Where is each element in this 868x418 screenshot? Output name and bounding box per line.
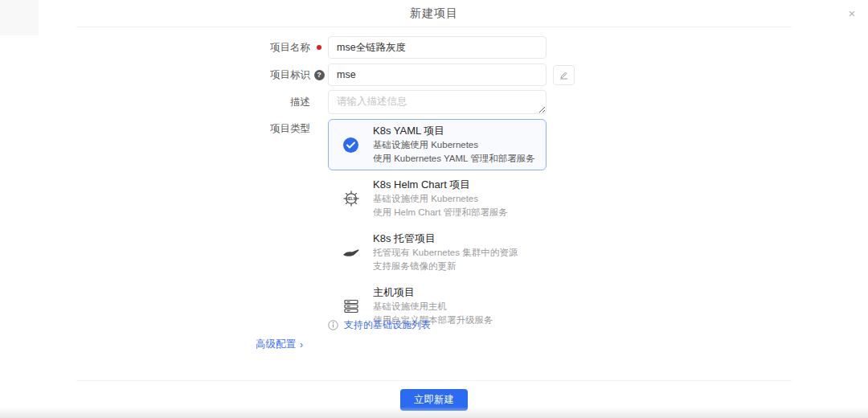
- type-card-desc2: 使用 Helm Chart 管理和部署服务: [373, 206, 546, 219]
- project-identifier-label: 项目标识: [256, 68, 310, 82]
- type-card-title: K8s Helm Chart 项目: [373, 178, 546, 191]
- project-identifier-input[interactable]: [328, 64, 547, 86]
- supported-infra-row: 支持的基础设施列表: [328, 318, 431, 332]
- help-question-icon[interactable]: ?: [314, 70, 325, 80]
- project-type-label-row: 项目类型: [256, 122, 328, 136]
- helm-gear-icon: HELM: [342, 189, 361, 208]
- page-bottom-shadow: [0, 407, 868, 418]
- server-stack-icon: [343, 299, 359, 314]
- managed-hand-icon: [342, 247, 360, 258]
- type-card-desc1: 基础设施使用 Kubernetes: [373, 192, 546, 206]
- description-label: 描述: [256, 96, 310, 109]
- edit-identifier-button[interactable]: [553, 65, 575, 85]
- type-card-desc2: 支持服务镜像的更新: [373, 260, 546, 273]
- close-icon[interactable]: ×: [844, 5, 860, 21]
- advanced-config-link[interactable]: 高级配置 ›: [256, 338, 303, 351]
- project-type-label: 项目类型: [256, 122, 310, 136]
- info-icon: [328, 320, 338, 330]
- chevron-right-icon: ›: [300, 339, 303, 350]
- supported-infra-link[interactable]: 支持的基础设施列表: [344, 318, 431, 332]
- project-identifier-row: 项目标识 ?: [256, 64, 575, 86]
- required-dot-icon: [317, 45, 321, 50]
- description-row: 描述: [256, 90, 547, 114]
- type-card-title: K8s YAML 项目: [373, 124, 546, 137]
- type-card-title: 主机项目: [373, 285, 546, 299]
- type-card-k8s-managed[interactable]: K8s 托管项目 托管现有 Kubernetes 集群中的资源 支持服务镜像的更…: [328, 227, 547, 278]
- footer-divider: [76, 380, 792, 381]
- description-textarea[interactable]: [328, 90, 547, 114]
- type-card-desc2: 使用 Kubernetes YAML 管理和部署服务: [373, 152, 546, 166]
- advanced-config-label: 高级配置: [256, 338, 296, 351]
- project-name-input[interactable]: [328, 36, 547, 59]
- svg-text:HELM: HELM: [346, 197, 356, 201]
- dialog-header: 新建项目: [0, 0, 868, 27]
- type-card-title: K8s 托管项目: [373, 232, 546, 245]
- project-type-list: K8s YAML 项目 基础设施使用 Kubernetes 使用 Kuberne…: [328, 119, 547, 334]
- check-circle-icon: [343, 137, 358, 153]
- type-card-k8s-helm-chart[interactable]: HELM K8s Helm Chart 项目 基础设施使用 Kubernetes…: [328, 173, 547, 224]
- edit-pencil-icon: [559, 70, 569, 80]
- header-divider: [76, 27, 792, 27]
- type-card-desc1: 托管现有 Kubernetes 集群中的资源: [373, 246, 546, 260]
- project-name-row: 项目名称: [256, 36, 547, 59]
- dialog-title: 新建项目: [410, 6, 458, 21]
- project-name-label: 项目名称: [256, 41, 310, 55]
- type-card-k8s-yaml[interactable]: K8s YAML 项目 基础设施使用 Kubernetes 使用 Kuberne…: [328, 119, 547, 170]
- type-card-desc1: 基础设施使用 Kubernetes: [373, 138, 546, 152]
- type-card-desc1: 基础设施使用主机: [373, 300, 546, 314]
